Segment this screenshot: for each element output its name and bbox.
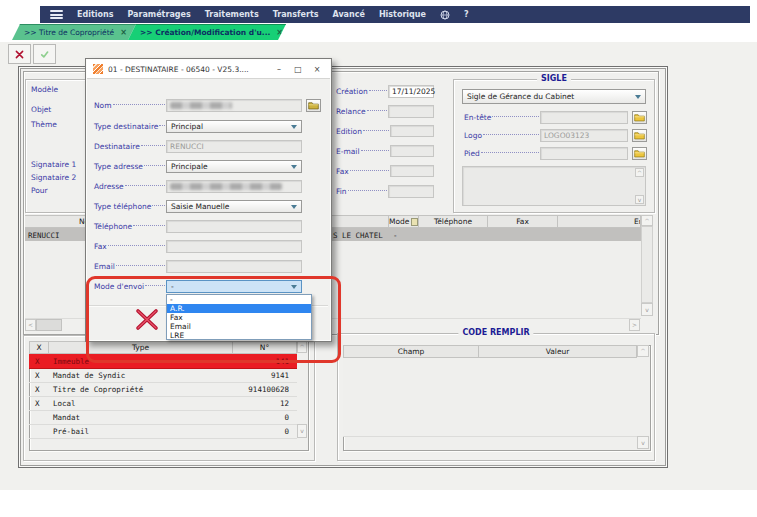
hamburger-menu-icon[interactable] — [50, 10, 63, 19]
fax-input[interactable] — [166, 240, 302, 253]
type-telephone-select[interactable]: Saisie Manuelle — [166, 200, 302, 213]
browse-nom-button[interactable] — [306, 99, 321, 112]
tab-creation-modification[interactable]: >> Création/Modification d'u... × — [128, 24, 286, 40]
tab-close-icon[interactable]: × — [276, 28, 283, 37]
adresse-input[interactable] — [166, 180, 302, 193]
selected-value: Principal — [171, 122, 203, 131]
folder-icon — [634, 149, 645, 158]
menu-item-historique[interactable]: Historique — [379, 10, 426, 19]
scroll-down-icon[interactable]: v — [635, 195, 644, 204]
dotted-leader — [367, 110, 387, 111]
horizontal-scrollbar-thumb[interactable] — [36, 319, 62, 331]
link-num-cell: 0 — [284, 427, 289, 436]
dropdown-option[interactable]: Email — [167, 322, 311, 331]
validate-button[interactable] — [33, 44, 56, 64]
globe-icon[interactable] — [440, 10, 450, 20]
groupbox-title: CODE REMPLIR — [458, 328, 533, 337]
column-header-email[interactable]: Email — [558, 215, 641, 228]
link-row[interactable]: Mandat 0 — [29, 410, 297, 425]
red-x-icon — [15, 48, 24, 61]
link-row[interactable]: X Mandat de Syndic 9141 — [29, 368, 297, 383]
fax-date-input[interactable] — [390, 165, 434, 177]
scroll-up-icon[interactable]: ^ — [641, 215, 653, 226]
chevron-down-icon — [635, 95, 641, 99]
header-label: Fax — [516, 217, 529, 226]
dotted-leader — [363, 130, 389, 131]
column-header-champ[interactable]: Champ — [343, 345, 479, 358]
email-input[interactable] — [166, 260, 302, 273]
menu-item-editions[interactable]: Editions — [77, 10, 113, 19]
menu-item-help[interactable]: ? — [464, 10, 469, 19]
scroll-down-icon[interactable]: v — [637, 436, 649, 449]
tab-close-icon[interactable]: × — [120, 28, 127, 37]
header-label: Type — [132, 343, 149, 352]
minimize-button[interactable]: – — [272, 65, 286, 74]
scroll-down-icon[interactable]: v — [641, 303, 653, 316]
scroll-up-icon[interactable]: ^ — [637, 345, 649, 357]
delete-destinataire-button[interactable] — [134, 307, 160, 332]
close-button[interactable]: × — [310, 65, 324, 74]
scroll-right-icon[interactable]: > — [629, 319, 640, 331]
type-destinataire-select[interactable]: Principal — [166, 120, 302, 133]
field-label: Pied — [464, 149, 480, 158]
field-row-fin: Fin — [336, 184, 434, 198]
type-adresse-select[interactable]: Principale — [166, 160, 302, 173]
field-row-mode-envoi: Mode d'envoi - — [94, 279, 302, 294]
menu-item-traitements[interactable]: Traitements — [205, 10, 259, 19]
column-header-mode[interactable]: Mode — [389, 215, 419, 228]
menu-item-transferts[interactable]: Transferts — [273, 10, 319, 19]
scroll-up-icon[interactable]: ^ — [297, 341, 307, 353]
dropdown-option-selected[interactable]: A.R. — [167, 304, 311, 313]
browse-pied-button[interactable] — [632, 147, 647, 160]
dotted-leader — [144, 165, 165, 166]
entete-input[interactable] — [540, 111, 628, 124]
logo-input[interactable]: LOGO03123 — [540, 129, 628, 142]
link-type-cell: Mandat — [53, 413, 80, 422]
tab-titre-de-copropriete[interactable]: >> Titre de Copropriété × — [12, 24, 136, 40]
destinataire-input[interactable]: RENUCCI — [166, 140, 302, 153]
link-row[interactable]: X Local 12 — [29, 396, 297, 411]
dropdown-option[interactable]: LRE — [167, 331, 311, 340]
dotted-leader — [350, 170, 389, 171]
edition-input[interactable] — [390, 125, 434, 137]
column-header-x[interactable]: X — [29, 341, 49, 354]
cancel-button[interactable] — [8, 44, 31, 64]
sigle-notes-textarea[interactable] — [462, 166, 646, 206]
mode-envoi-select[interactable]: - — [166, 280, 302, 293]
dropdown-option[interactable]: - — [167, 295, 311, 304]
link-row[interactable]: Pré-bail 0 — [29, 424, 297, 439]
link-row-immeuble-selected[interactable]: X Immeuble 141 — [29, 354, 297, 369]
pied-input[interactable] — [540, 147, 628, 160]
column-header-num[interactable]: N° — [233, 341, 297, 354]
column-header-type[interactable]: Type — [49, 341, 233, 354]
maximize-button[interactable]: □ — [291, 65, 305, 74]
browse-entete-button[interactable] — [632, 111, 647, 124]
field-label: Fin — [336, 187, 347, 196]
field-row-destinataire: Destinataire RENUCCI — [94, 139, 302, 154]
nom-input[interactable] — [166, 99, 302, 112]
scroll-up-icon[interactable]: ^ — [635, 168, 644, 177]
creation-date-input[interactable]: 17/11/2025 — [388, 85, 434, 98]
vertical-scrollbar[interactable] — [641, 226, 653, 303]
dropdown-option[interactable]: Fax — [167, 313, 311, 322]
table-row — [343, 358, 637, 372]
link-type-cell: Local — [53, 399, 76, 408]
column-header-valeur[interactable]: Valeur — [479, 345, 637, 358]
fin-input[interactable] — [388, 185, 434, 198]
scroll-down-icon[interactable]: v — [297, 424, 307, 438]
dialog-titlebar[interactable]: 01 - DESTINATAIRE - 06540 - V25.3.... – … — [87, 60, 330, 79]
menu-item-avance[interactable]: Avancé — [332, 10, 364, 19]
email-date-input[interactable] — [390, 145, 434, 157]
telephone-input[interactable] — [166, 220, 302, 233]
field-label: Nom — [94, 101, 112, 110]
column-header-fax[interactable]: Fax — [488, 215, 558, 228]
dotted-leader — [481, 152, 539, 153]
field-row-edition: Edition — [336, 124, 434, 138]
menu-item-parametrages[interactable]: Paramétrages — [127, 10, 190, 19]
scroll-left-icon[interactable]: < — [25, 319, 36, 331]
sigle-select[interactable]: Sigle de Gérance du Cabinet — [462, 89, 646, 104]
column-header-telephone[interactable]: Téléphone — [419, 215, 488, 228]
link-row[interactable]: X Titre de Copropriété 914100628 — [29, 382, 297, 397]
relance-input[interactable] — [388, 105, 434, 118]
browse-logo-button[interactable] — [632, 129, 647, 142]
